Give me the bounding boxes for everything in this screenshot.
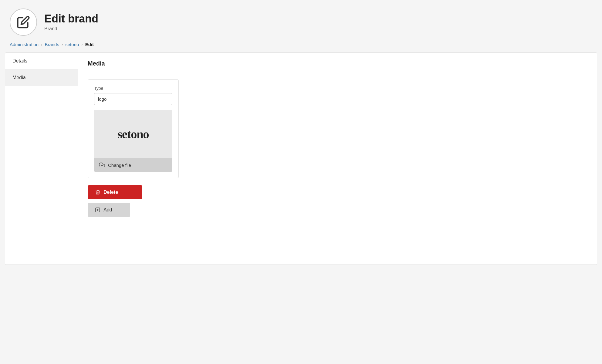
edit-icon	[17, 15, 30, 29]
breadcrumb-sep-2: ›	[62, 42, 63, 47]
image-display: setono	[94, 110, 172, 158]
page-title: Edit brand	[44, 13, 98, 25]
tab-media[interactable]: Media	[5, 69, 78, 86]
breadcrumb-administration[interactable]: Administration	[10, 42, 39, 47]
content-area: Media Type setono Change file	[78, 53, 597, 265]
tab-details[interactable]: Details	[5, 53, 78, 69]
media-card: Type setono Change file	[88, 79, 179, 178]
header-text: Edit brand Brand	[44, 13, 98, 32]
logo-text: setono	[118, 127, 149, 141]
upload-icon	[99, 162, 105, 168]
page-subtitle: Brand	[44, 26, 98, 32]
breadcrumb-sep-1: ›	[41, 42, 42, 47]
header-icon	[10, 8, 37, 36]
section-title: Media	[88, 60, 587, 72]
add-label: Add	[103, 207, 112, 213]
delete-button[interactable]: Delete	[88, 185, 142, 199]
page-header: Edit brand Brand	[0, 0, 602, 42]
change-file-button[interactable]: Change file	[94, 158, 172, 172]
action-buttons: Delete Add	[88, 185, 179, 217]
plus-square-icon	[95, 207, 100, 213]
breadcrumb: Administration › Brands › setono › Edit	[0, 42, 602, 52]
image-preview: setono Change file	[94, 110, 172, 172]
sidebar-tabs: Details Media	[5, 53, 78, 265]
delete-label: Delete	[103, 190, 118, 195]
breadcrumb-current: Edit	[85, 42, 94, 47]
breadcrumb-setono[interactable]: setono	[65, 42, 79, 47]
breadcrumb-sep-3: ›	[81, 42, 83, 47]
main-card: Details Media Media Type setono Change f…	[5, 52, 597, 265]
type-input[interactable]	[94, 93, 172, 105]
type-label: Type	[94, 86, 172, 91]
trash-icon	[95, 190, 100, 195]
breadcrumb-brands[interactable]: Brands	[45, 42, 59, 47]
add-button[interactable]: Add	[88, 203, 130, 217]
change-file-label: Change file	[108, 163, 131, 168]
